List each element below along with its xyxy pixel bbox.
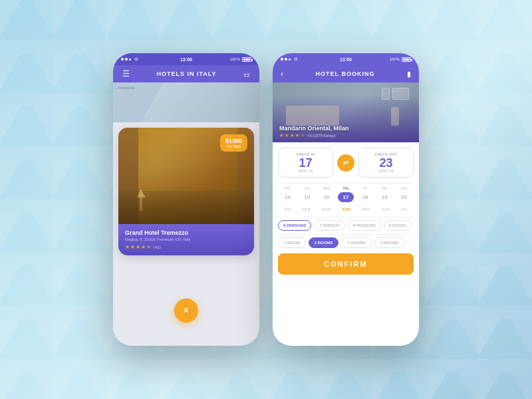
person-pill[interactable]: 8 PERSONS bbox=[348, 220, 381, 231]
star-3: ★ bbox=[136, 244, 140, 250]
month-jul[interactable]: JUL bbox=[398, 206, 411, 213]
o-star-1: ★ bbox=[279, 133, 283, 138]
booking-title: HOTEL BOOKING bbox=[316, 70, 375, 77]
page-title: HOTELS IN ITALY bbox=[156, 70, 216, 77]
swap-dates-button[interactable]: ⇄ bbox=[337, 154, 354, 172]
cal-date-19[interactable]: 19 bbox=[376, 192, 392, 202]
rating-count: 4.6 (12/76 Ratings) bbox=[307, 134, 336, 138]
wifi-icon: ⊜ bbox=[134, 57, 138, 62]
back-button[interactable]: ‹ bbox=[281, 69, 283, 78]
battery-icon-1 bbox=[242, 57, 251, 62]
hotel-name: Grand Hotel Tremezzo bbox=[125, 229, 247, 236]
month-jun[interactable]: JUN bbox=[379, 206, 392, 213]
signal-dots-2: ⊜ bbox=[281, 57, 298, 62]
room-pill[interactable]: 4 ROOMS bbox=[374, 237, 405, 248]
calendar-days-header: MonTueWedThuFriSatSun bbox=[278, 186, 414, 190]
hotel-card-image: $1300 Per Night bbox=[118, 128, 254, 224]
month-mar[interactable]: MAR bbox=[319, 206, 333, 213]
person-pill[interactable]: 7 PERSON bbox=[314, 220, 344, 231]
checkout-box[interactable]: CHECK OUT 23 APR'16 bbox=[358, 148, 414, 178]
cal-date-17[interactable]: 17 bbox=[338, 192, 354, 202]
status-time-1: 12:00 bbox=[180, 57, 192, 62]
overlay-hotel-name: Mandarin Oriental, Milan bbox=[279, 125, 412, 132]
hotel-photo: Mandarin Oriental, Milan ★ ★ ★ ★ ★ 4.6 (… bbox=[273, 82, 419, 142]
day-label-sat: Sat bbox=[376, 186, 392, 190]
month-may[interactable]: MAY bbox=[359, 206, 373, 213]
photo-bed bbox=[286, 106, 339, 126]
per-night-label: Per Night bbox=[225, 144, 242, 148]
map-label: Pordenone bbox=[118, 86, 134, 90]
close-button[interactable]: × bbox=[174, 299, 198, 323]
cal-date-14[interactable]: 14 bbox=[280, 192, 296, 202]
status-bar-2: ⊜ 12:00 100% bbox=[273, 53, 419, 65]
hotel-card-info: Grand Hotel Tremezzo Regina, 8, 22016 Tr… bbox=[118, 224, 254, 255]
checkin-month: APR'16 bbox=[284, 169, 327, 173]
map-background: Pordenone bbox=[113, 82, 259, 122]
price-badge: $1300 Per Night bbox=[220, 134, 247, 152]
bed-area bbox=[118, 191, 254, 224]
hotel-address: Regina, 8, 22016 Tremezzo CO, Italy bbox=[125, 237, 247, 241]
calendar-dates: 14151617181920 bbox=[278, 192, 414, 202]
hotel-card[interactable]: $1300 Per Night Grand Hotel Tremezzo Reg… bbox=[118, 128, 254, 255]
cal-date-15[interactable]: 15 bbox=[299, 192, 315, 202]
signal-dot-2-1 bbox=[281, 58, 283, 61]
room-pill[interactable]: 1 ROOM bbox=[278, 237, 306, 248]
cal-date-16[interactable]: 16 bbox=[319, 192, 334, 202]
window-frame-2 bbox=[382, 88, 390, 100]
month-apr[interactable]: APR bbox=[339, 206, 353, 213]
bookmark-icon[interactable]: ▮ bbox=[407, 70, 411, 78]
room-pill[interactable]: 3 ROOMS bbox=[341, 237, 372, 248]
month-feb[interactable]: FEB bbox=[300, 206, 313, 213]
confirm-button[interactable]: CONFIRM bbox=[278, 253, 414, 275]
day-label-wed: Wed bbox=[319, 186, 334, 190]
signal-dots: ⊜ bbox=[121, 57, 138, 62]
cal-date-18[interactable]: 18 bbox=[357, 192, 373, 202]
person-pill[interactable]: 9 PERSO bbox=[384, 220, 412, 231]
checkin-day: 17 bbox=[284, 157, 327, 169]
day-label-sun: Sun bbox=[396, 186, 412, 190]
star-5-half: ★ bbox=[146, 244, 151, 250]
o-star-4: ★ bbox=[295, 133, 299, 138]
battery-percent-1: 100% bbox=[230, 57, 240, 61]
checkin-box[interactable]: CHECK IN 17 APR'16 bbox=[278, 148, 333, 178]
month-jan[interactable]: JAN bbox=[281, 206, 294, 213]
star-4: ★ bbox=[141, 244, 146, 250]
signal-dot-2-3 bbox=[289, 59, 291, 61]
status-time-2: 12:00 bbox=[340, 57, 352, 62]
person-pill[interactable]: 6 PERSONS bbox=[278, 220, 311, 231]
photo-lamp bbox=[391, 107, 399, 126]
signal-dot-2 bbox=[125, 58, 128, 61]
day-label-thu: Thu bbox=[338, 186, 354, 190]
battery-icon-2 bbox=[402, 57, 411, 62]
month-row: JANFEBMARAPRMAYJUNJUL bbox=[278, 206, 414, 213]
wifi-icon-2: ⊜ bbox=[294, 57, 298, 62]
hotels-header: ☰ HOTELS IN ITALY ⚏ bbox=[113, 65, 259, 82]
battery-area-1: 100% bbox=[230, 57, 251, 62]
divider-2 bbox=[278, 217, 414, 217]
star-count: (42) bbox=[154, 245, 161, 249]
battery-percent-2: 100% bbox=[390, 57, 400, 61]
status-bar-1: ⊜ 12:00 100% bbox=[113, 53, 259, 65]
signal-dot-2-2 bbox=[285, 58, 287, 61]
price-amount: $1300 bbox=[225, 138, 242, 144]
checkin-row: CHECK IN 17 APR'16 ⇄ CHECK OUT 23 APR'16 bbox=[278, 148, 414, 178]
filter-icon[interactable]: ⚏ bbox=[243, 70, 250, 78]
battery-area-2: 100% bbox=[390, 57, 411, 62]
room-pill[interactable]: 2 ROOMS bbox=[309, 237, 339, 248]
star-1: ★ bbox=[125, 244, 130, 250]
signal-dot-1 bbox=[121, 58, 124, 61]
divider-3 bbox=[278, 234, 414, 235]
hotel-stars: ★ ★ ★ ★ ★ (42) bbox=[125, 244, 247, 250]
o-star-3: ★ bbox=[290, 133, 294, 138]
signal-dot-3 bbox=[129, 59, 131, 61]
window-frame-1 bbox=[392, 88, 409, 100]
day-label-tue: Tue bbox=[299, 186, 315, 190]
checkout-day: 23 bbox=[364, 157, 408, 169]
menu-icon[interactable]: ☰ bbox=[122, 69, 130, 78]
day-label-mon: Mon bbox=[280, 186, 296, 190]
star-2: ★ bbox=[130, 244, 135, 250]
overlay-rating: ★ ★ ★ ★ ★ 4.6 (12/76 Ratings) bbox=[279, 133, 412, 138]
booking-body: CHECK IN 17 APR'16 ⇄ CHECK OUT 23 APR'16… bbox=[273, 142, 419, 280]
cal-date-20[interactable]: 20 bbox=[396, 192, 412, 202]
checkout-month: APR'16 bbox=[364, 169, 408, 173]
